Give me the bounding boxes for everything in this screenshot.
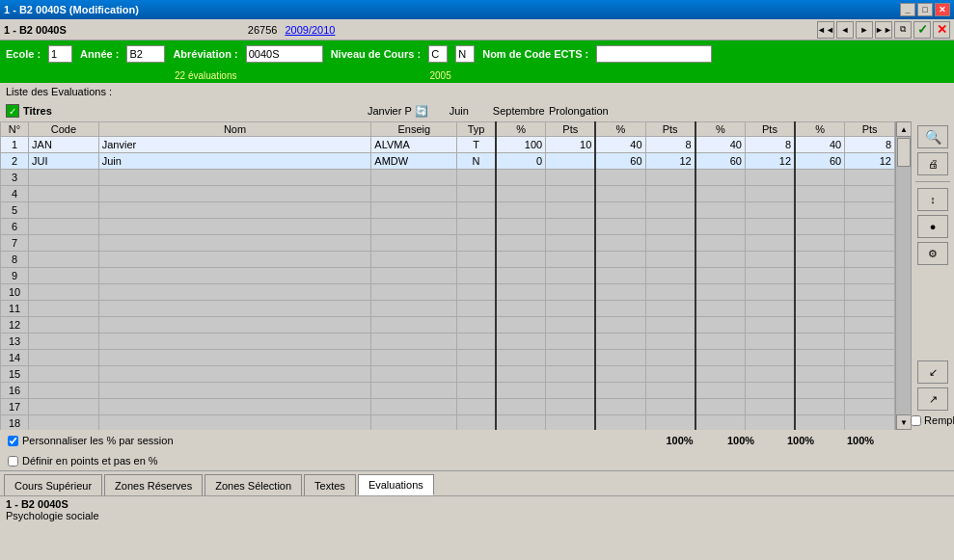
table-row[interactable]: 9 [1, 268, 895, 284]
table-row[interactable]: 10 [1, 284, 895, 301]
annee-label: Année : [80, 48, 119, 60]
right-toolbar: 🔍 🖨 ↕ ● ⚙ ↙ ↗ Rempl [911, 121, 954, 430]
pct-row: Personnaliser les % par session 100% 100… [0, 430, 954, 451]
menu-bar: 1 - B2 0040S 26756 2009/2010 ◄◄ ◄ ► ►► ⧉… [0, 19, 954, 40]
col-juin-pct: % [595, 122, 645, 137]
annee-input[interactable] [126, 45, 165, 63]
table-row[interactable]: 8 [1, 252, 895, 268]
table-row[interactable]: 3 [1, 170, 895, 186]
nom-code-input[interactable] [596, 45, 712, 63]
tab-zones-reserves[interactable]: Zones Réserves [104, 474, 203, 495]
tab-evaluations[interactable]: Evaluations [358, 474, 434, 495]
table-row[interactable]: 14 [1, 350, 895, 366]
table-row[interactable]: 13 [1, 333, 895, 350]
janvierP-header: Janvier P 🔄 [367, 105, 429, 118]
personnaliser-label: Personnaliser les % par session [22, 435, 174, 446]
nav-confirm[interactable]: ✓ [913, 21, 931, 39]
septembre-header: Septembre [489, 105, 549, 117]
minimize-button[interactable]: _ [900, 3, 915, 16]
rempl-checkbox[interactable] [911, 415, 921, 426]
nav-cancel[interactable]: ✕ [933, 21, 950, 39]
prol-pct-total: 100% [831, 435, 890, 446]
table-row[interactable]: 7 [1, 235, 895, 252]
titres-label: Titres [23, 105, 52, 117]
col-prol-pts: Pts [845, 122, 895, 137]
scroll-thumb[interactable] [897, 138, 911, 167]
col-sept-pct: % [695, 122, 746, 137]
sort-btn[interactable]: ↕ [917, 188, 948, 211]
filter-btn[interactable]: ⚙ [917, 242, 948, 265]
nav-first[interactable]: ◄◄ [817, 21, 834, 39]
col-jan-pts: Pts [546, 122, 596, 137]
tab-cours-superieur[interactable]: Cours Supérieur [4, 474, 102, 495]
definir-label: Définir en points et pas en % [22, 455, 158, 467]
table-row[interactable]: 15 [1, 366, 895, 383]
nav-next[interactable]: ► [856, 21, 873, 39]
tab-textes[interactable]: Textes [304, 474, 356, 495]
personnaliser-checkbox[interactable] [8, 436, 18, 446]
juin-pct-total: 100% [711, 435, 771, 446]
title-text: 1 - B2 0040S (Modification) [4, 4, 139, 15]
juin-header: Juin [429, 105, 489, 117]
eval-table: N° Code Nom Enseig Typ % Pts % Pts % Pts… [0, 121, 895, 430]
status-bar: 1 - B2 0040S Psychologie sociale [0, 495, 954, 532]
arrow-left-btn[interactable]: ↙ [917, 360, 948, 384]
table-row[interactable]: 17 [1, 399, 895, 415]
menu-id: 1 - B2 0040S [4, 24, 67, 36]
nav-last[interactable]: ►► [875, 21, 892, 39]
nav-prev[interactable]: ◄ [836, 21, 854, 39]
col-header-row: ✓ Titres Janvier P 🔄 Juin Septembre Prol… [0, 100, 954, 121]
sub-line2: 2005 [430, 70, 451, 81]
close-button[interactable]: ✕ [935, 3, 950, 16]
dot-btn[interactable]: ● [917, 215, 948, 238]
menu-year[interactable]: 2009/2010 [285, 24, 335, 36]
scroll-up[interactable]: ▲ [896, 121, 912, 137]
nom-code-label: Nom de Code ECTS : [482, 48, 588, 60]
title-buttons[interactable]: _ □ ✕ [900, 3, 950, 16]
table-row[interactable]: 6 [1, 219, 895, 235]
table-row[interactable]: 4 [1, 186, 895, 202]
table-row[interactable]: 2JUIJuinAMDWN0601260126012 [1, 153, 895, 170]
jan-pct-total: 100% [648, 435, 711, 446]
rempl-label: Rempl [924, 414, 954, 426]
col-n: N° [1, 122, 29, 137]
scrollbar[interactable]: ▲ ▼ [895, 121, 911, 430]
rempl-checkbox-row: Rempl [911, 414, 954, 426]
abreviation-label: Abréviation : [173, 48, 237, 60]
form-subrow: 22 évaluations 2005 [0, 67, 954, 83]
zoom-btn[interactable]: 🔍 [917, 125, 948, 148]
table-row[interactable]: 5 [1, 202, 895, 219]
nav-copy[interactable]: ⧉ [894, 21, 912, 39]
table-row[interactable]: 16 [1, 383, 895, 399]
maximize-button[interactable]: □ [917, 3, 933, 16]
menu-center-id: 26756 [248, 24, 278, 36]
table-row[interactable]: 11 [1, 301, 895, 317]
table-row[interactable]: 12 [1, 317, 895, 333]
definir-row: Définir en points et pas en % [0, 451, 954, 470]
table-row[interactable]: 1JANJanvierALVMAT10010408408408 [1, 137, 895, 153]
tabs-bar: Cours Supérieur Zones Réserves Zones Sél… [0, 470, 954, 495]
arrow-right-btn[interactable]: ↗ [917, 387, 948, 411]
col-typ: Typ [457, 122, 496, 137]
niveau-label: Niveau de Cours : [331, 48, 422, 60]
sub-line: 22 évaluations [175, 70, 237, 81]
status-line1: 1 - B2 0040S [6, 498, 948, 510]
scroll-track [896, 137, 911, 414]
niveau-input[interactable] [428, 45, 448, 63]
ecole-input[interactable] [48, 45, 72, 63]
titres-checkbox[interactable]: ✓ [6, 104, 19, 118]
prolongation-header: Prolongation [549, 105, 609, 117]
col-sept-pts: Pts [745, 122, 795, 137]
niveau-input2[interactable] [455, 45, 475, 63]
table-area: N° Code Nom Enseig Typ % Pts % Pts % Pts… [0, 121, 895, 430]
definir-checkbox[interactable] [8, 456, 18, 467]
print-btn[interactable]: 🖨 [917, 152, 948, 175]
scroll-down[interactable]: ▼ [896, 414, 912, 430]
tab-zones-selection[interactable]: Zones Sélection [204, 474, 302, 495]
list-label: Liste des Evaluations : [0, 83, 954, 100]
col-nom: Nom [98, 122, 371, 137]
col-prol-pct: % [795, 122, 845, 137]
abreviation-input[interactable] [246, 45, 323, 63]
col-code: Code [29, 122, 99, 137]
table-row[interactable]: 18 [1, 415, 895, 431]
